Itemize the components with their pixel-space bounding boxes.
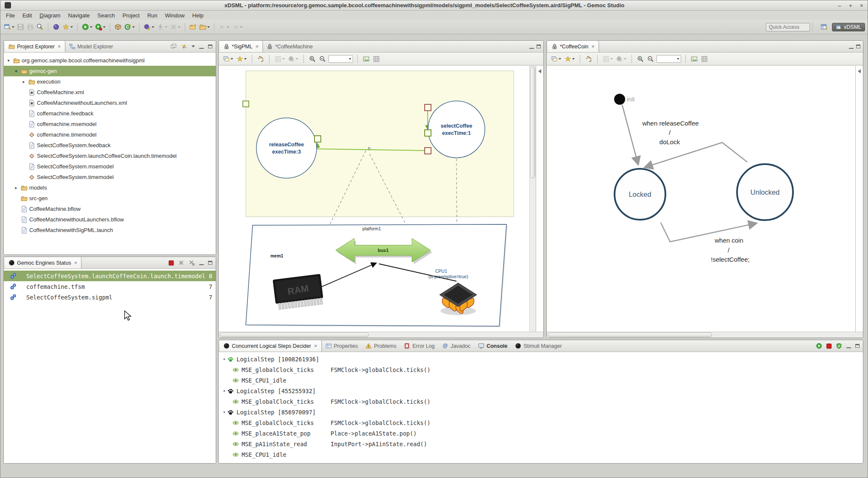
sigpml-canvas[interactable]: p releaseCoffee execTime:3 selectCoffee … — [219, 65, 543, 332]
align-button[interactable] — [602, 55, 614, 63]
window-maximize-button[interactable] — [849, 3, 852, 8]
search-button[interactable] — [36, 22, 45, 31]
tab-error-log[interactable]: Error Log — [400, 340, 438, 352]
mse-row[interactable]: MSE_globalClock_ticksFSMClock->globalClo… — [219, 417, 863, 428]
filters-button[interactable] — [564, 55, 576, 63]
maximize-editor-button[interactable] — [856, 45, 860, 48]
engine-row[interactable]: SelectCoffeeSystem.sigpml 7 — [4, 292, 216, 302]
system-port[interactable] — [243, 101, 249, 107]
save-button[interactable] — [16, 22, 25, 31]
new-wizard-button[interactable] — [3, 22, 15, 31]
tree-item-file[interactable]: coffemachine.feedback — [4, 108, 216, 119]
stop-button[interactable] — [826, 344, 832, 349]
minimize-view-button[interactable] — [846, 344, 851, 348]
minimize-view-button[interactable] — [199, 45, 204, 49]
layers-button[interactable] — [550, 55, 562, 63]
menu-item-edit[interactable]: Edit — [19, 11, 36, 20]
engine-row[interactable]: coffemachine.tfsm 7 — [4, 281, 216, 292]
zoom-level-combo[interactable] — [657, 55, 681, 63]
export-image-button[interactable] — [362, 55, 370, 63]
open-perspective-button[interactable] — [820, 22, 829, 31]
maximize-view-button[interactable] — [855, 344, 860, 348]
clear-button[interactable] — [169, 22, 181, 31]
new-wizard-caret[interactable] — [12, 26, 14, 28]
maximize-view-button[interactable] — [208, 45, 212, 48]
minimize-view-button[interactable] — [199, 261, 204, 265]
tab-decider-close-icon[interactable] — [313, 343, 317, 349]
horizontal-scrollbar[interactable] — [547, 332, 863, 338]
resume-button[interactable] — [816, 343, 822, 349]
print-button[interactable] — [26, 22, 35, 31]
output-port-releasecoffee[interactable] — [314, 136, 321, 142]
debug-caret[interactable] — [90, 26, 92, 28]
tree-item-file[interactable]: SelectCoffeeSystem.launchCoffeeCoin.laun… — [4, 151, 216, 161]
run-button[interactable] — [94, 22, 106, 31]
tree-item-file[interactable]: SelectCoffeeSystem.msemodel — [4, 161, 216, 172]
menu-item-navigate[interactable]: Navigate — [64, 11, 94, 20]
perspective-xdsml-button[interactable]: xDSML — [832, 23, 865, 31]
zoom-level-combo[interactable] — [328, 55, 353, 63]
ram-chip[interactable]: RAM — [273, 274, 324, 310]
run-caret[interactable] — [103, 26, 106, 28]
zoom-out-button[interactable] — [646, 55, 655, 63]
link-with-editor-button[interactable] — [181, 43, 187, 50]
menu-item-file[interactable]: File — [2, 11, 19, 20]
tree-item-project[interactable]: org.gemoc.sample.bcool.coffeemachinewith… — [4, 55, 216, 66]
logical-step-group[interactable]: LogicalStep [455255932] — [219, 386, 863, 396]
collapse-all-button[interactable] — [170, 43, 177, 50]
maximize-editor-button[interactable] — [537, 45, 541, 48]
port-middle[interactable] — [425, 130, 431, 136]
skip-breakpoints-button[interactable] — [52, 22, 61, 31]
engine-row[interactable]: SelectCoffeeSystem.launchCoffeeCoin.laun… — [4, 271, 216, 281]
zoom-out-button[interactable] — [318, 55, 327, 63]
tree-item-file[interactable]: CoffeeMachinewithoutLaunchers.xml — [4, 98, 216, 108]
new-class-button[interactable] — [123, 22, 136, 31]
initial-state[interactable] — [614, 94, 625, 105]
dispose-engine-button[interactable] — [178, 260, 184, 266]
tree-item-file[interactable]: coffemachine.msemodel — [4, 119, 216, 129]
view-menu-button[interactable] — [192, 45, 195, 48]
menu-item-help[interactable]: Help — [189, 11, 208, 20]
font-button[interactable] — [615, 55, 627, 63]
tab-stimuli-manager[interactable]: Stimuli Manager — [511, 340, 565, 352]
mse-row[interactable]: MSE_globalClock_ticksFSMClock->globalClo… — [219, 364, 863, 375]
shield-icon[interactable] — [836, 343, 842, 349]
menu-item-run[interactable]: Run — [143, 11, 161, 20]
stop-engine-button[interactable] — [169, 260, 174, 266]
tab-javadoc[interactable]: Javadoc — [438, 340, 474, 352]
tab-sigpml[interactable]: *SigPML — [220, 41, 263, 52]
transition-init-locked[interactable] — [622, 105, 638, 165]
align-button[interactable] — [274, 55, 286, 63]
menu-item-project[interactable]: Project — [119, 11, 143, 20]
tree-item-file[interactable]: SelectCoffeeSystem.timemodel — [4, 172, 216, 182]
tab-coffeecoin[interactable]: *CoffeeCoin — [548, 41, 599, 52]
mse-row[interactable]: MSE_globalClock_ticksFSMClock->globalClo… — [219, 396, 863, 407]
tree-item-file[interactable]: CoffeeMachinewithSigPML.launch — [4, 225, 216, 235]
tab-model-explorer[interactable]: Model Explorer — [65, 41, 117, 52]
mse-row[interactable]: MSE_CPU1_idle — [219, 375, 863, 386]
actor-selectcoffee[interactable] — [428, 101, 485, 158]
minimize-editor-button[interactable] — [529, 48, 534, 49]
tab-sigpml-close-icon[interactable] — [255, 43, 259, 50]
input-port-bottom[interactable] — [425, 148, 431, 154]
zoom-in-button[interactable] — [308, 55, 317, 63]
back-button[interactable] — [218, 22, 230, 31]
menu-item-window[interactable]: Window — [161, 11, 188, 20]
quick-access-input[interactable] — [766, 23, 810, 31]
tab-gemoc-engines-status[interactable]: Gemoc Engines Status — [5, 257, 81, 268]
coffeecoin-canvas[interactable]: init when releaseCoffee / doLock when co… — [547, 65, 863, 332]
new-package-button[interactable] — [114, 22, 122, 31]
open-folder-button[interactable] — [198, 22, 211, 31]
grid-button[interactable] — [372, 55, 381, 63]
tab-coffeecoin-close-icon[interactable] — [590, 43, 595, 50]
menu-item-search[interactable]: Search — [94, 11, 119, 20]
window-close-button[interactable] — [860, 3, 863, 8]
layers-button[interactable] — [222, 55, 234, 63]
grid-button[interactable] — [700, 55, 709, 63]
new-folder-button[interactable] — [189, 22, 198, 31]
tree-item-file[interactable]: CoffeeMachinewithoutLaunchers.bflow — [4, 214, 216, 225]
logical-step-group[interactable]: LogicalStep [856970097] — [219, 407, 863, 417]
annotation-button[interactable] — [143, 22, 155, 31]
new-class-caret[interactable] — [132, 26, 135, 28]
collapsed-palette[interactable] — [536, 66, 543, 332]
